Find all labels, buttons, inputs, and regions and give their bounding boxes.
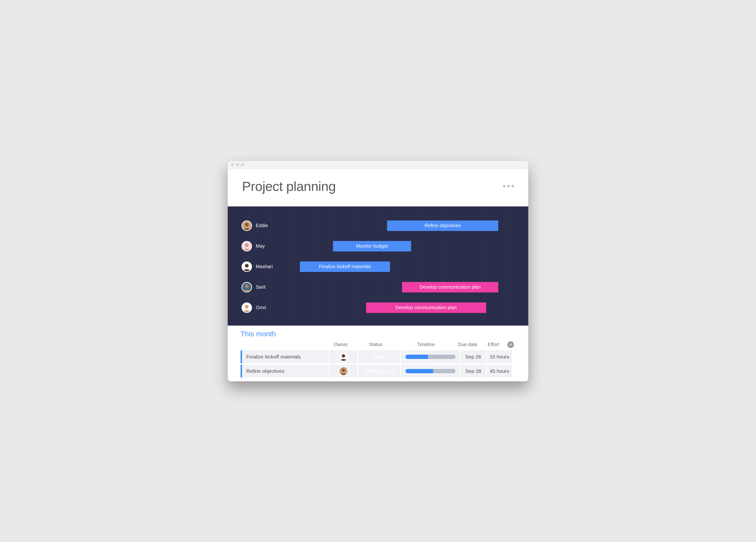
svg-point-11 bbox=[342, 354, 345, 358]
person-name: May bbox=[256, 243, 265, 249]
svg-point-9 bbox=[245, 305, 249, 309]
timeline-track bbox=[405, 355, 455, 359]
group-title[interactable]: This month bbox=[241, 330, 515, 338]
window-minimize-icon[interactable] bbox=[236, 163, 239, 166]
col-header-owner[interactable]: Owner bbox=[327, 342, 355, 347]
gantt-chart: Eddie Refine objectives May Monitor budg… bbox=[228, 206, 528, 326]
add-column-button[interactable]: + bbox=[506, 341, 515, 348]
due-date: Sep 26 bbox=[465, 354, 481, 360]
col-header-effort[interactable]: Effort bbox=[480, 342, 506, 347]
table-row[interactable]: Refine objectives Working on it Sep 28 4… bbox=[241, 365, 515, 378]
table-row[interactable]: Finalize kickoff materials Done Sep 26 1… bbox=[241, 350, 515, 363]
gantt-bar[interactable]: Develop communication plan bbox=[402, 282, 498, 293]
task-name-cell[interactable]: Refine objectives bbox=[241, 365, 329, 378]
status-cell[interactable]: Working on it bbox=[358, 365, 400, 378]
gantt-row: Omri Develop communication plan bbox=[228, 298, 528, 318]
person-name: Mashari bbox=[256, 264, 273, 269]
gantt-bar[interactable]: Develop communication plan bbox=[366, 303, 486, 313]
svg-point-13 bbox=[342, 369, 345, 372]
gantt-person: Sarit bbox=[228, 282, 282, 293]
svg-point-7 bbox=[245, 284, 249, 288]
window-close-icon[interactable] bbox=[231, 163, 234, 166]
avatar[interactable] bbox=[242, 303, 252, 313]
gantt-row: Sarit Develop communication plan bbox=[228, 277, 528, 298]
gantt-bar[interactable]: Refine objectives bbox=[387, 220, 498, 231]
avatar[interactable] bbox=[242, 261, 252, 272]
effort-cell[interactable]: 15 hours bbox=[487, 350, 512, 363]
svg-point-5 bbox=[245, 263, 249, 267]
gantt-bar[interactable]: Monitor budget bbox=[333, 241, 411, 251]
tasks-table-section: This month Owner Status Timeline Due dat… bbox=[228, 326, 528, 378]
timeline-track bbox=[405, 369, 455, 373]
due-date-cell[interactable]: Sep 28 bbox=[461, 365, 486, 378]
gantt-person: Eddie bbox=[228, 220, 282, 231]
plus-icon: + bbox=[507, 341, 514, 348]
task-name-cell[interactable]: Finalize kickoff materials bbox=[241, 350, 329, 363]
person-name: Sarit bbox=[256, 285, 266, 290]
gantt-person: Omri bbox=[228, 303, 282, 313]
task-name: Refine objectives bbox=[246, 368, 284, 374]
owner-cell[interactable] bbox=[330, 365, 357, 378]
gantt-bar-label: Finalize kickoff materials bbox=[319, 264, 371, 269]
task-name: Finalize kickoff materials bbox=[246, 354, 301, 360]
avatar[interactable] bbox=[242, 241, 252, 251]
gantt-bar-label: Develop communication plan bbox=[396, 305, 457, 310]
window-maximize-icon[interactable] bbox=[241, 163, 244, 166]
gantt-person: May bbox=[228, 241, 282, 251]
status-cell[interactable]: Done bbox=[358, 350, 400, 363]
avatar bbox=[339, 366, 348, 376]
gantt-bar-label: Develop communication plan bbox=[419, 285, 481, 290]
page-title: Project planning bbox=[242, 178, 336, 194]
gantt-bar-label: Monitor budget bbox=[356, 243, 388, 249]
table-header-row: Owner Status Timeline Due date Effort + bbox=[241, 340, 515, 350]
person-name: Omri bbox=[256, 305, 266, 310]
avatar[interactable] bbox=[242, 282, 252, 293]
due-date: Sep 28 bbox=[465, 368, 481, 374]
window-titlebar bbox=[228, 161, 528, 169]
status-label: Done bbox=[373, 354, 386, 360]
col-header-status[interactable]: Status bbox=[355, 342, 397, 347]
effort-value: 45 hours bbox=[490, 368, 509, 374]
effort-cell[interactable]: 45 hours bbox=[487, 365, 512, 378]
gantt-row: Mashari Finalize kickoff materials bbox=[228, 256, 528, 277]
page-header: Project planning bbox=[228, 169, 528, 206]
due-date-cell[interactable]: Sep 26 bbox=[461, 350, 486, 363]
app-window: Project planning Eddie Refine objectives… bbox=[228, 161, 528, 381]
timeline-fill bbox=[405, 369, 433, 373]
status-label: Working on it bbox=[364, 368, 394, 374]
person-name: Eddie bbox=[256, 223, 268, 228]
timeline-fill bbox=[405, 355, 428, 359]
gantt-bar[interactable]: Finalize kickoff materials bbox=[300, 261, 390, 272]
gantt-bar-label: Refine objectives bbox=[424, 223, 461, 228]
tasks-table: Owner Status Timeline Due date Effort + … bbox=[241, 340, 515, 378]
gantt-row: May Monitor budget bbox=[228, 236, 528, 256]
avatar bbox=[339, 352, 348, 362]
col-header-timeline[interactable]: Timeline bbox=[397, 342, 455, 347]
svg-point-3 bbox=[245, 243, 249, 247]
col-header-due[interactable]: Due date bbox=[455, 342, 481, 347]
gantt-person: Mashari bbox=[228, 261, 282, 272]
more-options-button[interactable] bbox=[503, 185, 514, 187]
owner-cell[interactable] bbox=[330, 350, 357, 363]
svg-point-1 bbox=[245, 222, 249, 226]
effort-value: 15 hours bbox=[490, 354, 509, 360]
timeline-cell[interactable] bbox=[401, 350, 460, 363]
timeline-cell[interactable] bbox=[401, 365, 460, 378]
gantt-row: Eddie Refine objectives bbox=[228, 215, 528, 236]
avatar[interactable] bbox=[242, 220, 252, 231]
